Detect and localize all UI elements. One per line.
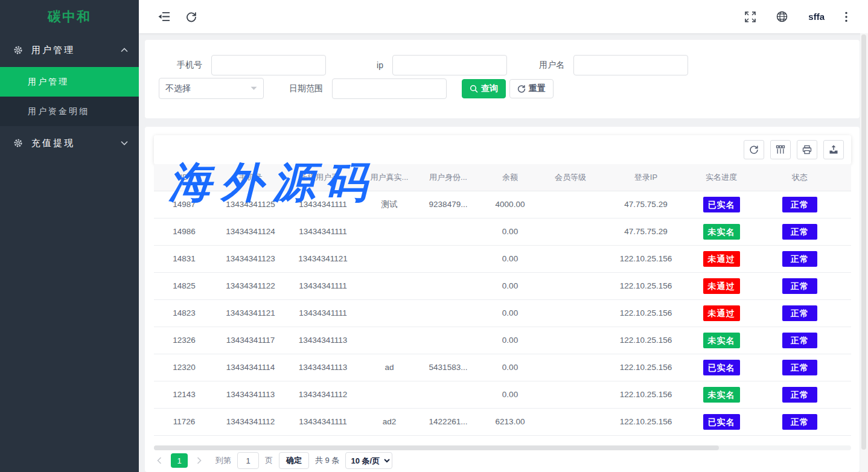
horizontal-scrollbar-thumb[interactable] [154, 445, 719, 450]
fullscreen-icon[interactable] [745, 11, 756, 22]
table-row: 1482313434341121134343411110.00122.10.25… [154, 299, 851, 327]
cell-status: 正常 [748, 354, 851, 381]
page-number-button[interactable]: 1 [171, 453, 188, 468]
cell-ip: 122.10.25.156 [598, 299, 694, 327]
cell-idcard [420, 381, 477, 408]
username-input[interactable] [573, 55, 688, 75]
cell-phone: 13434341114 [214, 354, 287, 381]
cell-ip: 122.10.25.156 [598, 408, 694, 435]
next-page-icon[interactable] [194, 453, 205, 468]
vertical-scrollbar[interactable] [860, 33, 868, 472]
columns-filter-icon[interactable] [770, 140, 791, 159]
column-header: 余额 [477, 164, 543, 191]
sidebar-group-recharge-withdraw[interactable]: 充值提现 [0, 126, 139, 160]
status-badge: 正常 [782, 278, 817, 294]
cell-status: 正常 [748, 272, 851, 299]
cell-realname [359, 245, 420, 272]
cell-status: 正常 [748, 245, 851, 272]
column-header: 用户真实... [359, 164, 420, 191]
sidebar-group-user-management[interactable]: 用户管理 [0, 33, 139, 67]
cell-realname [359, 299, 420, 327]
cell-level [543, 245, 598, 272]
cell-phone: 13434341125 [214, 191, 287, 218]
cell-idcard [420, 218, 477, 245]
horizontal-scrollbar[interactable] [154, 445, 851, 450]
username[interactable]: sffa [808, 11, 825, 22]
cell-parent: 13434341112 [287, 381, 359, 408]
date-range-input[interactable] [332, 78, 447, 99]
app-logo: 碳中和 [0, 0, 139, 33]
cell-balance: 4000.00 [477, 191, 543, 218]
user-table: ID手机号上级用户手...用户真实...用户身份...余额会员等级登录IP实名进… [154, 164, 851, 436]
cell-phone: 13434341121 [214, 299, 287, 327]
table-row: 1214313434341113134343411120.00122.10.25… [154, 381, 851, 408]
agent-select-value: 不选择 [165, 83, 191, 94]
column-header: 用户身份... [420, 164, 477, 191]
cell-balance: 6213.00 [477, 408, 543, 435]
gear-icon [13, 138, 23, 148]
language-globe-icon[interactable] [776, 11, 788, 22]
cell-realname [359, 218, 420, 245]
chevron-down-icon [121, 141, 128, 145]
table-row: 149871343434112513434341111测试9238479...4… [154, 191, 851, 218]
sidebar-item-user-management[interactable]: 用户管理 [0, 67, 139, 97]
status-badge: 正常 [782, 197, 817, 212]
cell-idcard [420, 327, 477, 354]
prev-page-icon[interactable] [154, 453, 165, 468]
refresh-page-icon[interactable] [186, 11, 197, 22]
sidebar-collapse-icon[interactable] [158, 11, 170, 22]
search-button[interactable]: 查询 [462, 79, 506, 98]
cell-verify: 未实名 [694, 327, 748, 354]
cell-id: 14987 [154, 191, 214, 218]
verify-badge: 未通过 [703, 278, 740, 294]
total-count-label: 共 9 条 [315, 455, 339, 466]
print-icon[interactable] [797, 140, 817, 159]
select-arrow-icon [251, 86, 257, 91]
cell-status: 正常 [748, 299, 851, 327]
refresh-table-icon[interactable] [744, 140, 764, 159]
confirm-page-button[interactable]: 确定 [279, 452, 309, 469]
cell-balance: 0.00 [477, 381, 543, 408]
cell-phone: 13434341117 [214, 327, 287, 354]
cell-id: 14831 [154, 245, 214, 272]
cell-id: 14986 [154, 218, 214, 245]
cell-idcard: 9238479... [420, 191, 477, 218]
vertical-scrollbar-thumb[interactable] [861, 34, 866, 450]
page-size-select[interactable]: 10 条/页 [345, 452, 392, 469]
search-button-label: 查询 [481, 83, 498, 94]
cell-realname: 测试 [359, 191, 420, 218]
cell-phone: 13434341123 [214, 245, 287, 272]
sidebar-item-user-funds-detail[interactable]: 用户资金明细 [0, 97, 139, 126]
reset-button[interactable]: 重置 [509, 79, 554, 98]
cell-idcard: 1422261... [420, 408, 477, 435]
more-menu-icon[interactable] [845, 11, 847, 22]
cell-realname: ad [359, 354, 420, 381]
ip-input[interactable] [392, 55, 507, 75]
cell-parent: 13434341111 [287, 218, 359, 245]
table-row: 1483113434341123134343411210.00122.10.25… [154, 245, 851, 272]
cell-status: 正常 [748, 381, 851, 408]
cell-balance: 0.00 [477, 299, 543, 327]
cell-balance: 0.00 [477, 327, 543, 354]
verify-badge: 已实名 [703, 360, 740, 375]
goto-page-input[interactable] [237, 452, 259, 469]
agent-select[interactable]: 不选择 [159, 78, 264, 99]
page-suffix-label: 页 [265, 455, 273, 466]
cell-id: 11726 [154, 408, 214, 435]
cell-phone: 13434341113 [214, 381, 287, 408]
cell-ip: 47.75.75.29 [598, 218, 694, 245]
verify-badge: 已实名 [703, 197, 740, 212]
phone-input[interactable] [211, 55, 326, 75]
cell-parent: 13434341121 [287, 245, 359, 272]
status-badge: 正常 [782, 305, 817, 321]
table-row: 1482513434341122134343411110.00122.10.25… [154, 272, 851, 299]
verify-badge: 未实名 [703, 224, 740, 240]
cell-verify: 未通过 [694, 272, 748, 299]
ip-label: ip [326, 60, 392, 70]
sidebar-item-label: 用户资金明细 [28, 106, 89, 117]
cell-level [543, 218, 598, 245]
cell-verify: 已实名 [694, 191, 748, 218]
cell-level [543, 408, 598, 435]
export-icon[interactable] [823, 140, 844, 159]
cell-phone: 13434341112 [214, 408, 287, 435]
